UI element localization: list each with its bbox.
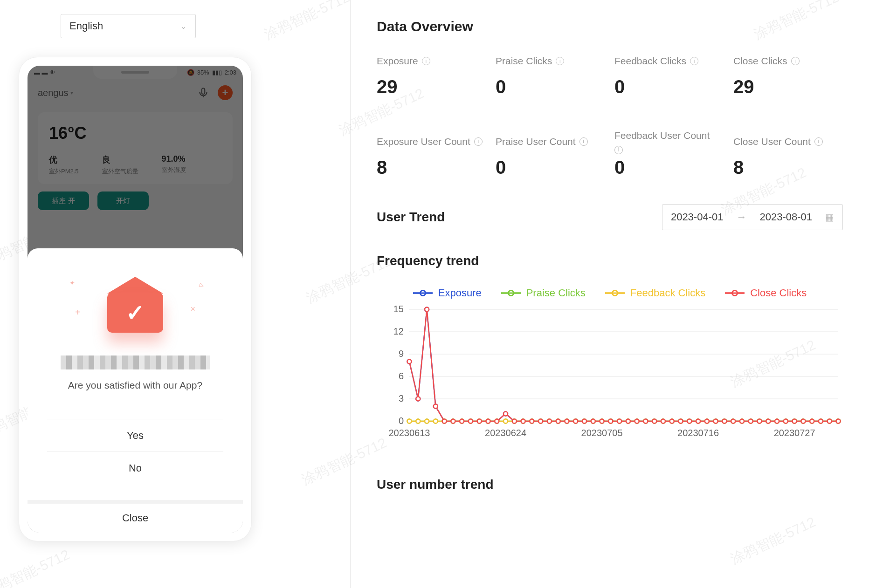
- dialog-yes-button[interactable]: Yes: [47, 419, 224, 451]
- weather-value: 91.0%: [162, 154, 186, 164]
- svg-text:9: 9: [399, 349, 404, 359]
- language-value: English: [69, 20, 103, 32]
- svg-point-184: [547, 419, 552, 424]
- svg-point-185: [556, 419, 560, 424]
- svg-point-176: [477, 419, 482, 424]
- svg-point-183: [538, 419, 543, 424]
- svg-text:20230624: 20230624: [485, 428, 526, 438]
- svg-text:6: 6: [399, 371, 404, 381]
- svg-text:20230613: 20230613: [389, 428, 430, 438]
- microphone-icon[interactable]: [197, 87, 209, 99]
- weather-label: 室外PM2.5: [49, 167, 79, 176]
- svg-point-175: [469, 419, 473, 424]
- svg-point-197: [661, 419, 665, 424]
- section-title: Data Overview: [377, 19, 843, 34]
- svg-point-199: [679, 419, 683, 424]
- svg-point-192: [617, 419, 621, 424]
- svg-point-214: [810, 419, 814, 424]
- info-icon[interactable]: i: [791, 57, 800, 65]
- svg-point-198: [670, 419, 674, 424]
- dialog-question: Are you satisfied with our App?: [68, 380, 202, 391]
- date-to: 2023-08-01: [759, 211, 812, 223]
- info-icon[interactable]: i: [579, 137, 588, 146]
- chevron-down-icon: ⌄: [180, 21, 187, 31]
- svg-point-206: [740, 419, 744, 424]
- weather-value: 优: [49, 154, 79, 165]
- scene-pill[interactable]: 插座 开: [38, 191, 89, 210]
- svg-text:12: 12: [393, 326, 404, 336]
- svg-point-181: [521, 419, 525, 424]
- section-title: User Trend: [377, 210, 445, 225]
- weather-label: 室外湿度: [162, 166, 186, 174]
- svg-point-120: [425, 419, 429, 424]
- status-left: ▬ ▬ 👁: [34, 69, 55, 76]
- svg-point-217: [836, 419, 841, 424]
- calendar-icon: ▦: [825, 212, 834, 223]
- stat-value: 0: [496, 157, 605, 178]
- svg-point-171: [434, 404, 438, 409]
- info-icon[interactable]: i: [614, 146, 623, 154]
- svg-point-118: [407, 419, 412, 424]
- svg-point-208: [758, 419, 762, 424]
- svg-text:3: 3: [399, 393, 404, 403]
- stat-value: 0: [496, 76, 605, 97]
- svg-point-196: [652, 419, 656, 424]
- svg-point-193: [626, 419, 630, 424]
- svg-point-190: [600, 419, 604, 424]
- chart-legend: Exposure Praise Clicks Feedback Clicks C…: [377, 287, 843, 299]
- svg-point-205: [731, 419, 735, 424]
- weather-label: 室外空气质量: [102, 167, 138, 176]
- legend-item[interactable]: Close Clicks: [725, 287, 807, 299]
- section-title: User number trend: [377, 477, 843, 492]
- svg-point-179: [503, 412, 508, 416]
- status-mute-icon: 🔕: [187, 69, 194, 76]
- legend-item[interactable]: Feedback Clicks: [605, 287, 705, 299]
- stat-value: 8: [377, 157, 486, 178]
- plus-icon: +: [75, 307, 81, 318]
- stat-label: Praise Clicks: [496, 55, 552, 67]
- language-select[interactable]: English ⌄: [61, 14, 196, 38]
- weather-card: 16°C 优室外PM2.5 良室外空气质量 91.0%室外湿度: [38, 112, 233, 184]
- dialog-close-button[interactable]: Close: [28, 500, 243, 533]
- house-check-icon: ✓: [107, 277, 163, 333]
- svg-point-194: [635, 419, 639, 424]
- triangle-icon: ▷: [199, 281, 205, 289]
- svg-text:20230716: 20230716: [677, 428, 719, 438]
- weather-value: 良: [102, 154, 138, 165]
- scene-pill[interactable]: 开灯: [97, 191, 149, 210]
- info-icon[interactable]: i: [556, 57, 564, 65]
- user-dropdown[interactable]: aengus ▾: [38, 88, 73, 98]
- rating-dialog: ✦ + × ▷ ✓ Are you satisfied with our App…: [28, 248, 243, 533]
- date-range-picker[interactable]: 2023-04-01 → 2023-08-01 ▦: [662, 204, 843, 230]
- add-button[interactable]: +: [218, 85, 233, 100]
- legend-item[interactable]: Praise Clicks: [501, 287, 586, 299]
- svg-point-174: [460, 419, 464, 424]
- info-icon[interactable]: i: [474, 137, 483, 146]
- svg-text:20230727: 20230727: [774, 428, 815, 438]
- info-icon[interactable]: i: [814, 137, 823, 146]
- stat-label: Exposure User Count: [377, 135, 470, 148]
- svg-point-178: [495, 419, 499, 424]
- phone-notch: [93, 66, 177, 79]
- stat-label: Close User Count: [733, 135, 811, 148]
- svg-point-129: [503, 419, 508, 424]
- stat-value: 0: [614, 157, 724, 178]
- svg-point-216: [828, 419, 832, 424]
- svg-rect-0: [202, 88, 205, 94]
- svg-point-191: [608, 419, 613, 424]
- stat-label: Praise User Count: [496, 135, 576, 148]
- info-icon[interactable]: i: [422, 57, 430, 65]
- status-signal: 35%: [197, 69, 209, 76]
- stat-value: 0: [614, 76, 724, 97]
- stat-value: 8: [733, 157, 843, 178]
- legend-item[interactable]: Exposure: [413, 287, 482, 299]
- section-title: Frequency trend: [377, 253, 843, 268]
- svg-text:15: 15: [393, 305, 404, 314]
- svg-point-180: [512, 419, 517, 424]
- svg-text:0: 0: [399, 416, 404, 426]
- svg-point-201: [696, 419, 700, 424]
- svg-point-211: [784, 419, 788, 424]
- stat-value: 29: [377, 76, 486, 97]
- info-icon[interactable]: i: [690, 57, 698, 65]
- dialog-no-button[interactable]: No: [47, 451, 224, 484]
